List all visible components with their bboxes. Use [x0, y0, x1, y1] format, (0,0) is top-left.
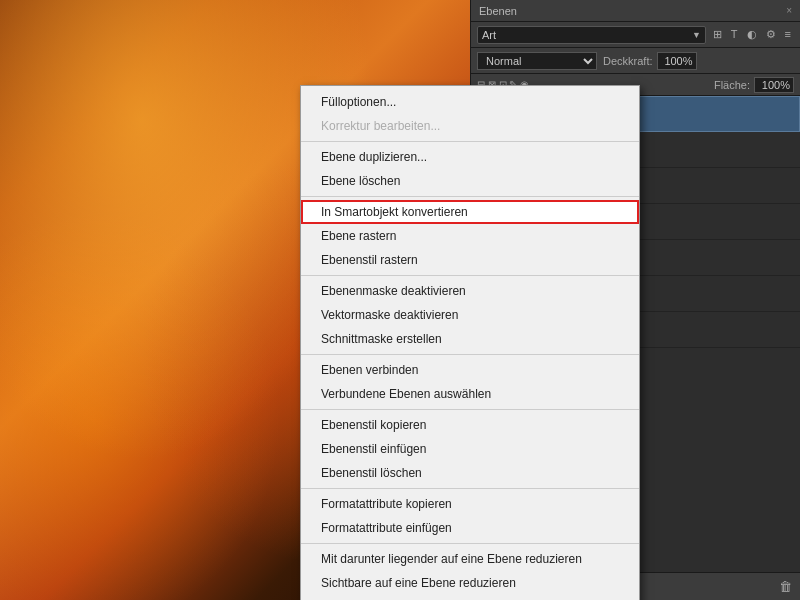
menu-item-sichtbare_reduzieren[interactable]: Sichtbare auf eine Ebene reduzieren	[301, 571, 639, 595]
context-menu: Fülloptionen...Korrektur bearbeiten...Eb…	[300, 85, 640, 600]
menu-item-korrektur: Korrektur bearbeiten...	[301, 114, 639, 138]
menu-item-duplizieren[interactable]: Ebene duplizieren...	[301, 145, 639, 169]
delete-layer-icon[interactable]: 🗑	[779, 579, 792, 594]
menu-divider	[301, 196, 639, 197]
menu-item-verbundene[interactable]: Verbundene Ebenen auswählen	[301, 382, 639, 406]
blend-mode-row: Normal Deckkraft:	[471, 48, 800, 74]
menu-divider	[301, 409, 639, 410]
opacity-row: Deckkraft:	[603, 52, 697, 70]
menu-item-stil_loeschen[interactable]: Ebenenstil löschen	[301, 461, 639, 485]
menu-divider	[301, 354, 639, 355]
smart-filter-icon[interactable]: ⚙	[763, 27, 779, 42]
menu-item-loeschen[interactable]: Ebene löschen	[301, 169, 639, 193]
menu-item-format_kopieren[interactable]: Formatattribute kopieren	[301, 492, 639, 516]
menu-item-format_einfuegen[interactable]: Formatattribute einfügen	[301, 516, 639, 540]
adjustment-filter-icon[interactable]: ◐	[744, 27, 760, 42]
menu-divider	[301, 141, 639, 142]
more-filter-icon[interactable]: ≡	[782, 27, 794, 42]
menu-divider	[301, 488, 639, 489]
panel-title: Ebenen	[479, 5, 517, 17]
menu-item-stil_kopieren[interactable]: Ebenenstil kopieren	[301, 413, 639, 437]
menu-item-vektormaske[interactable]: Vektormaske deaktivieren	[301, 303, 639, 327]
menu-divider	[301, 543, 639, 544]
fill-label: Fläche:	[714, 79, 750, 91]
menu-item-ebenenstil_rastern[interactable]: Ebenenstil rastern	[301, 248, 639, 272]
menu-item-smartobjekt[interactable]: In Smartobjekt konvertieren	[301, 200, 639, 224]
search-dropdown-icon[interactable]: ▼	[692, 30, 701, 40]
menu-item-rastern[interactable]: Ebene rastern	[301, 224, 639, 248]
menu-item-hintergrund_reduzieren[interactable]: Auf Hintergrundebene reduzierenStrg+3	[301, 595, 639, 600]
text-filter-icon[interactable]: T	[728, 27, 741, 42]
menu-divider	[301, 275, 639, 276]
panel-toolbar-icons: ⊞ T ◐ ⚙ ≡	[710, 27, 794, 42]
layer-kind-filter-icon[interactable]: ⊞	[710, 27, 725, 42]
opacity-label: Deckkraft:	[603, 55, 653, 67]
layer-search-box[interactable]: ▼	[477, 26, 706, 44]
panel-close-icon[interactable]: ×	[786, 5, 792, 16]
menu-item-verbinden[interactable]: Ebenen verbinden	[301, 358, 639, 382]
panel-toolbar: ▼ ⊞ T ◐ ⚙ ≡	[471, 22, 800, 48]
panel-header: Ebenen ×	[471, 0, 800, 22]
menu-item-darunter_reduzieren[interactable]: Mit darunter liegender auf eine Ebene re…	[301, 547, 639, 571]
fill-input[interactable]	[754, 77, 794, 93]
menu-item-schnittmaske[interactable]: Schnittmaske erstellen	[301, 327, 639, 351]
opacity-input[interactable]	[657, 52, 697, 70]
menu-item-maske_deaktivieren[interactable]: Ebenenmaske deaktivieren	[301, 279, 639, 303]
menu-item-fuelloptionen[interactable]: Fülloptionen...	[301, 90, 639, 114]
layer-search-input[interactable]	[482, 29, 692, 41]
blend-mode-select[interactable]: Normal	[477, 52, 597, 70]
menu-item-stil_einfuegen[interactable]: Ebenenstil einfügen	[301, 437, 639, 461]
